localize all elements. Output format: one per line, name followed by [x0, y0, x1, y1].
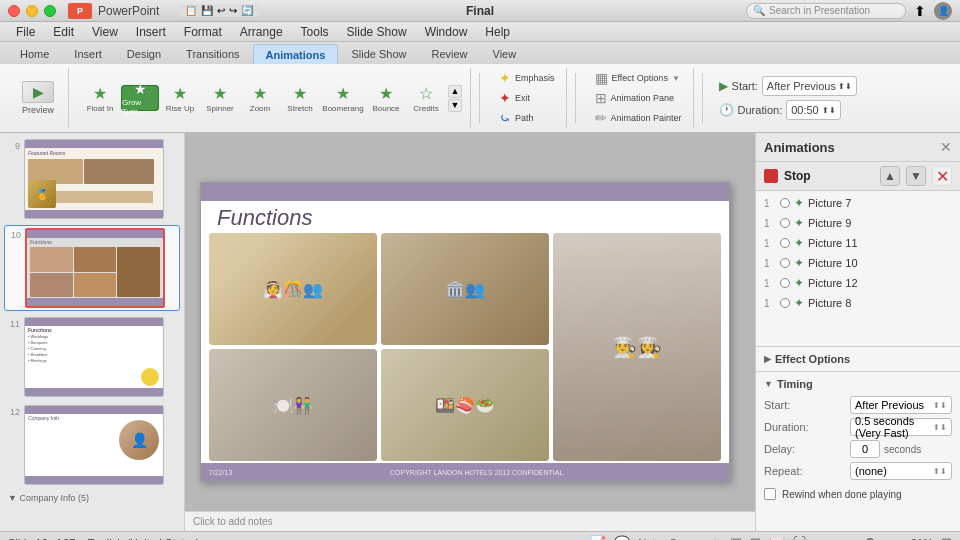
slide-title: Functions — [217, 205, 312, 231]
search-bar[interactable]: 🔍 Search in Presentation — [746, 3, 906, 19]
tab-insert[interactable]: Insert — [62, 44, 114, 64]
menu-tools[interactable]: Tools — [293, 24, 337, 40]
close-button[interactable] — [8, 5, 20, 17]
comments-icon[interactable]: 💬 — [614, 535, 630, 540]
effect-options-label: Effect Options — [612, 73, 668, 83]
photo-5: 🍱🍣🥗 — [381, 349, 549, 461]
zoom-icon: ★ — [253, 84, 267, 103]
path-animation-button[interactable]: ⤿ Path — [496, 109, 558, 127]
menu-window[interactable]: Window — [417, 24, 476, 40]
slide-header-band — [201, 183, 729, 201]
tab-transitions[interactable]: Transitions — [174, 44, 251, 64]
anim-credits[interactable]: ☆ Credits — [407, 85, 445, 111]
slide-thumb-9[interactable]: 9 Featured Rooms 🏅 — [4, 137, 180, 221]
anim-stretch[interactable]: ★ Stretch — [281, 85, 319, 111]
ribbon: Home Insert Design Transitions Animation… — [0, 42, 960, 133]
reading-view-icon[interactable]: 📖 — [769, 535, 785, 540]
animation-painter-button[interactable]: ✏ Animation Painter — [592, 109, 685, 127]
photo-3: 👨‍🍳👩‍🍳 — [553, 233, 721, 461]
normal-view-icon[interactable]: ▦ — [730, 535, 742, 540]
tab-design[interactable]: Design — [115, 44, 173, 64]
rise-up-icon: ★ — [173, 84, 187, 103]
delay-input[interactable]: 0 — [850, 440, 880, 458]
anim-item-2[interactable]: 1 ✦ Picture 11 — [756, 233, 960, 253]
anim-item-1[interactable]: 1 ✦ Picture 9 — [756, 213, 960, 233]
tab-animations[interactable]: Animations — [253, 44, 339, 64]
anim-effect-star: ✦ — [794, 256, 804, 270]
start-timing-value: After Previous — [855, 399, 924, 411]
anim-boomerang[interactable]: ★ Boomerang — [321, 85, 365, 111]
emphasis-effect-button[interactable]: ✦ Emphasis — [496, 69, 558, 87]
add-notes-bar[interactable]: Click to add notes — [185, 511, 755, 531]
duration-select[interactable]: 00:50 ⬆⬇ — [786, 100, 841, 120]
duration-control: 🕐 Duration: 00:50 ⬆⬇ — [719, 100, 857, 120]
start-timing-select[interactable]: After Previous ⬆⬇ — [850, 396, 952, 414]
preview-button[interactable]: ▶ Preview — [16, 76, 60, 120]
menu-edit[interactable]: Edit — [45, 24, 82, 40]
minimize-button[interactable] — [26, 5, 38, 17]
slide-thumb-12[interactable]: 12 Company Info 👤 — [4, 403, 180, 487]
move-down-button[interactable]: ▼ — [906, 166, 926, 186]
anim-zoom[interactable]: ★ Zoom — [241, 85, 279, 111]
animation-list: 1 ✦ Picture 7 1 ✦ Picture 9 1 ✦ Picture … — [756, 191, 960, 346]
tab-home[interactable]: Home — [8, 44, 61, 64]
repeat-timing-select[interactable]: (none) ⬆⬇ — [850, 462, 952, 480]
rewind-checkbox[interactable] — [764, 488, 776, 500]
start-value: After Previous — [767, 80, 836, 92]
menu-help[interactable]: Help — [477, 24, 518, 40]
anim-rise-up[interactable]: ★ Rise Up — [161, 85, 199, 111]
anim-item-4[interactable]: 1 ✦ Picture 12 — [756, 273, 960, 293]
menu-file[interactable]: File — [8, 24, 43, 40]
user-avatar[interactable]: 👤 — [934, 2, 952, 20]
effect-options-icon: ▦ — [595, 70, 608, 86]
window-controls[interactable] — [8, 5, 56, 17]
anim-item-5[interactable]: 1 ✦ Picture 8 — [756, 293, 960, 313]
anim-scroll-up[interactable]: ▲ — [448, 85, 462, 98]
duration-timing-select[interactable]: 0.5 seconds (Very Fast) ⬆⬇ — [850, 418, 952, 436]
delete-animation-button[interactable]: ✕ — [932, 166, 952, 186]
menu-extras: 📋 💾 ↩ ↪ 🔄 — [179, 4, 259, 17]
fullscreen-icon[interactable]: ⛶ — [793, 535, 806, 540]
menu-view[interactable]: View — [84, 24, 126, 40]
tab-view[interactable]: View — [481, 44, 529, 64]
effect-options-button[interactable]: ▦ Effect Options ▼ — [592, 69, 685, 87]
slide-thumb-10[interactable]: 10 Functions — [4, 225, 180, 311]
start-select[interactable]: After Previous ⬆⬇ — [762, 76, 857, 96]
notes-icon[interactable]: 📝 — [590, 535, 606, 540]
slide-image-9: Featured Rooms 🏅 — [24, 139, 164, 219]
tab-review[interactable]: Review — [419, 44, 479, 64]
anim-item-3[interactable]: 1 ✦ Picture 10 — [756, 253, 960, 273]
maximize-button[interactable] — [44, 5, 56, 17]
main-slide[interactable]: Functions 👰🎊👥 🏛️👥 👨‍🍳👩‍🍳 — [200, 182, 730, 482]
tab-slideshow[interactable]: Slide Show — [339, 44, 418, 64]
animations-close-button[interactable]: ✕ — [940, 139, 952, 155]
anim-float-in[interactable]: ★ Float In — [81, 85, 119, 111]
zoom-minus[interactable]: − — [814, 537, 820, 541]
duration-timing-arrow: ⬆⬇ — [933, 423, 947, 432]
slide-thumb-11[interactable]: 11 Functions • Weddings• Banquets• Cater… — [4, 315, 180, 399]
move-up-button[interactable]: ▲ — [880, 166, 900, 186]
timing-header[interactable]: ▼ Timing — [764, 376, 952, 392]
anim-grow-turn[interactable]: ★ Grow Turn — [121, 85, 159, 111]
menu-format[interactable]: Format — [176, 24, 230, 40]
share-icon[interactable]: ⬆ — [914, 3, 926, 19]
anim-bounce[interactable]: ★ Bounce — [367, 85, 405, 111]
animation-pane-button[interactable]: ⊞ Animation Pane — [592, 89, 685, 107]
menu-arrange[interactable]: Arrange — [232, 24, 291, 40]
anim-spinner[interactable]: ★ Spinner — [201, 85, 239, 111]
menu-insert[interactable]: Insert — [128, 24, 174, 40]
anim-item-0[interactable]: 1 ✦ Picture 7 — [756, 193, 960, 213]
effect-options-header[interactable]: ▶ Effect Options — [764, 351, 952, 367]
exit-effect-button[interactable]: ✦ Exit — [496, 89, 558, 107]
app-name: PowerPoint — [98, 4, 159, 18]
slide-info: Slide 10 of 27 — [8, 537, 75, 541]
fit-to-window-icon[interactable]: ⊡ — [941, 535, 952, 540]
zoom-plus[interactable]: + — [897, 537, 903, 541]
anim-item-label: Picture 10 — [808, 257, 858, 269]
anim-trigger-circle — [780, 258, 790, 268]
photos-grid: 👰🎊👥 🏛️👥 👨‍🍳👩‍🍳 🍽️👫 — [209, 233, 721, 461]
anim-scroll-down[interactable]: ▼ — [448, 99, 462, 112]
menu-slideshow[interactable]: Slide Show — [339, 24, 415, 40]
exit-label: Exit — [515, 93, 530, 103]
slide-sorter-icon[interactable]: ⊞ — [750, 535, 761, 540]
